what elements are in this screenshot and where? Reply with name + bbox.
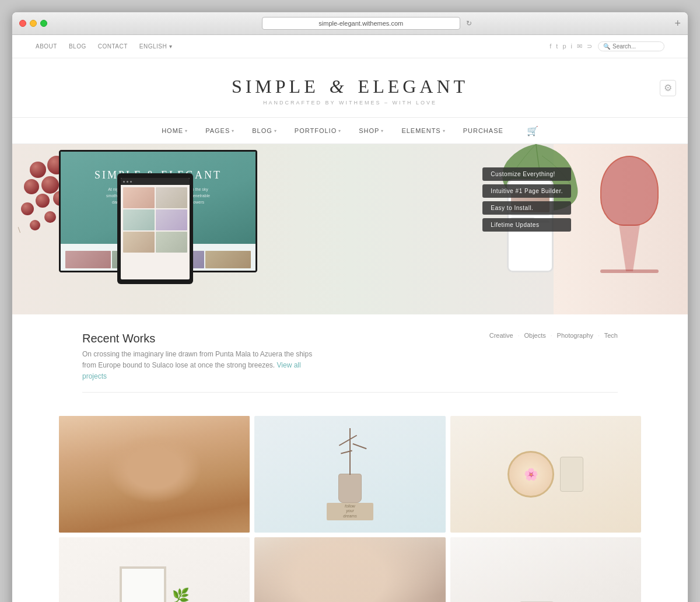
top-bar: ABOUT BLOG CONTACT ENGLISH ▾ f t p i ✉ ⊃… [12, 35, 688, 58]
rss-icon[interactable]: ⊃ [587, 43, 592, 50]
feature-badge-2[interactable]: Intuitive #1 Page Builder. [482, 184, 571, 198]
tablet-img-4 [156, 209, 187, 230]
address-bar: ↻ [53, 17, 668, 30]
featured-item-1 [65, 251, 111, 268]
nav-english[interactable]: ENGLISH ▾ [139, 43, 172, 50]
nav-portfolio[interactable]: PORTFOLIO ▾ [295, 127, 341, 134]
main-navigation: HOME ▾ PAGES ▾ BLOG ▾ PORTFOLIO ▾ SHOP ▾… [12, 117, 688, 144]
tablet-img-5 [123, 232, 155, 253]
portfolio-grid: followyourdreams 🌸 🌿 [12, 416, 688, 602]
still-life-content: followyourdreams [327, 428, 373, 520]
section-description: On crossing the imaginary line drawn fro… [82, 349, 316, 383]
feature-badge-1[interactable]: Customize Everything! [482, 167, 571, 181]
filter-links: Creative · Objects · Photography · Tech [489, 332, 618, 339]
section-header: Recent Works On crossing the imaginary l… [82, 332, 618, 383]
view-all-link[interactable]: View all projects [82, 361, 301, 380]
close-button[interactable] [19, 20, 26, 27]
search-icon: 🔍 [603, 43, 610, 50]
filter-objects[interactable]: Objects [524, 332, 546, 339]
tablet-device [117, 173, 193, 284]
traffic-lights [19, 20, 47, 27]
facebook-icon[interactable]: f [550, 43, 551, 50]
filter-photography[interactable]: Photography [557, 332, 593, 339]
section-title: Recent Works [82, 332, 316, 345]
tablet-img-2 [156, 187, 187, 208]
twitter-icon[interactable]: t [556, 43, 558, 50]
browser-titlebar: ↻ + [12, 12, 688, 35]
portrait-2-face [254, 537, 445, 602]
maximize-button[interactable] [40, 20, 47, 27]
reload-button[interactable]: ↻ [466, 19, 472, 27]
feature-badge-4[interactable]: Lifetime Updates [482, 218, 571, 232]
portfolio-item-4[interactable]: 🌿 [59, 537, 250, 602]
section-divider [82, 392, 618, 393]
search-bar[interactable]: 🔍 [598, 41, 664, 51]
grape-stem: | [17, 226, 21, 233]
filter-dot-1: · [518, 332, 520, 339]
filter-dot-2: · [551, 332, 552, 339]
title-part2: ELEGANT [358, 76, 469, 97]
nav-pages[interactable]: PAGES ▾ [205, 127, 235, 134]
top-navigation: ABOUT BLOG CONTACT ENGLISH ▾ [36, 43, 172, 50]
portfolio-item-3[interactable]: 🌸 [450, 416, 641, 533]
search-input[interactable] [612, 43, 659, 50]
cart-icon[interactable]: 🛒 [527, 125, 538, 136]
nav-shop[interactable]: SHOP ▾ [359, 127, 384, 134]
new-tab-button[interactable]: + [674, 18, 681, 30]
portfolio-item-5[interactable] [254, 537, 445, 602]
website-content: ABOUT BLOG CONTACT ENGLISH ▾ f t p i ✉ ⊃… [12, 35, 688, 602]
minimize-button[interactable] [30, 20, 37, 27]
tablet-img-6 [156, 232, 187, 253]
portrait-face-1 [59, 416, 250, 533]
flowers-content: 🌸 [450, 416, 641, 533]
feature-badges: Customize Everything! Intuitive #1 Page … [482, 167, 571, 232]
portfolio-item-6[interactable]: 🌸 [450, 537, 641, 602]
site-header: SIMPLE & ELEGANT HANDCRAFTED BY WITHEMES… [12, 58, 688, 117]
nav-elements[interactable]: ELEMENTS ▾ [401, 127, 445, 134]
email-icon[interactable]: ✉ [577, 43, 582, 50]
tablet-screen [121, 178, 190, 279]
nav-blog-main[interactable]: BLOG ▾ [252, 127, 277, 134]
section-left: Recent Works On crossing the imaginary l… [82, 332, 316, 383]
portfolio-item-2[interactable]: followyourdreams [254, 416, 445, 533]
nav-contact[interactable]: CONTACT [98, 43, 128, 50]
feature-badge-3[interactable]: Easy to Install. [482, 201, 571, 215]
hero-banner: | [12, 144, 688, 314]
pinterest-icon[interactable]: p [562, 43, 566, 50]
nav-about[interactable]: ABOUT [36, 43, 57, 50]
recent-works-section: Recent Works On crossing the imaginary l… [12, 314, 688, 416]
title-ampersand: & [330, 76, 348, 97]
top-right-area: f t p i ✉ ⊃ 🔍 [550, 41, 664, 51]
settings-gear-button[interactable]: ⚙ [660, 80, 676, 96]
tablet-img-3 [123, 209, 155, 230]
instagram-icon[interactable]: i [571, 43, 572, 50]
tablet-img-1 [123, 187, 155, 208]
tablet-content [121, 185, 190, 255]
filter-creative[interactable]: Creative [489, 332, 513, 339]
filter-tech[interactable]: Tech [604, 332, 618, 339]
site-tagline: HANDCRAFTED BY WITHEMES – WITH LOVE [12, 100, 688, 106]
filter-dot-3: · [598, 332, 600, 339]
portfolio-item-1[interactable] [59, 416, 250, 533]
nav-purchase[interactable]: PURCHASE [463, 127, 503, 134]
social-icons: f t p i ✉ ⊃ [550, 43, 592, 50]
tablet-header [121, 178, 190, 185]
interior-content: 🌸 [450, 537, 641, 602]
nav-blog[interactable]: BLOG [69, 43, 86, 50]
frame-content: 🌿 [59, 537, 250, 602]
url-input[interactable] [262, 17, 460, 30]
nav-home[interactable]: HOME ▾ [162, 127, 188, 134]
site-title: SIMPLE & ELEGANT [12, 76, 688, 97]
featured-item-4 [205, 251, 251, 268]
title-part1: SIMPLE [232, 76, 319, 97]
